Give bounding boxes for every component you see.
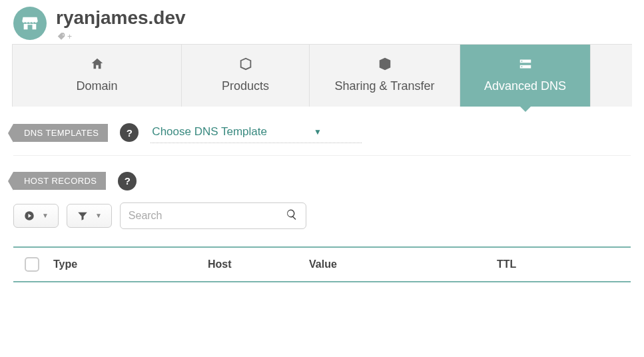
transfer-icon — [378, 57, 392, 71]
select-all-checkbox[interactable] — [25, 257, 39, 272]
search-field-wrap — [120, 202, 306, 229]
tab-label: Products — [222, 79, 269, 93]
column-ttl: TTL — [497, 258, 625, 270]
column-type: Type — [53, 258, 200, 270]
filter-button[interactable]: ▼ — [67, 204, 112, 228]
tab-label: Advanced DNS — [484, 79, 566, 93]
funnel-icon — [77, 210, 89, 222]
caret-down-icon: ▼ — [314, 127, 322, 137]
box-icon — [238, 57, 253, 71]
dns-templates-chip: DNS TEMPLATES — [13, 124, 108, 142]
host-records-row: HOST RECORDS ? — [13, 172, 631, 190]
help-icon[interactable]: ? — [118, 172, 137, 190]
tab-label: Sharing & Transfer — [334, 79, 434, 93]
search-input[interactable] — [129, 210, 286, 222]
dns-templates-row: DNS TEMPLATES ? Choose DNS Template ▼ — [13, 123, 631, 143]
tab-label: Domain — [76, 79, 117, 93]
play-circle-icon — [23, 210, 35, 222]
divider — [13, 155, 631, 156]
caret-down-icon: ▼ — [42, 212, 49, 219]
tab-sharing-transfer[interactable]: Sharing & Transfer — [310, 45, 460, 107]
play-actions-button[interactable]: ▼ — [13, 204, 59, 228]
records-table-header: Type Host Value TTL — [13, 246, 631, 282]
column-value: Value — [309, 258, 489, 270]
store-icon — [13, 7, 47, 40]
domain-title: ryanjames.dev — [56, 7, 186, 29]
caret-down-icon: ▼ — [95, 212, 102, 219]
server-icon — [518, 57, 533, 71]
home-icon — [90, 57, 105, 71]
page-header: ryanjames.dev + — [0, 0, 644, 44]
help-icon[interactable]: ? — [120, 123, 139, 142]
host-records-chip: HOST RECORDS — [13, 172, 106, 190]
content-area: DNS TEMPLATES ? Choose DNS Template ▼ HO… — [0, 107, 644, 302]
search-icon[interactable] — [286, 208, 298, 223]
tag-add-icon[interactable]: + — [56, 32, 186, 41]
tab-domain[interactable]: Domain — [12, 45, 182, 107]
tab-bar: Domain Products Sharing & Transfer Advan… — [12, 44, 632, 107]
tab-products[interactable]: Products — [182, 45, 310, 107]
records-toolbar: ▼ ▼ — [13, 202, 631, 229]
column-host: Host — [208, 258, 301, 270]
dropdown-label: Choose DNS Template — [152, 125, 267, 139]
tab-advanced-dns[interactable]: Advanced DNS — [460, 45, 591, 107]
dns-template-dropdown[interactable]: Choose DNS Template ▼ — [151, 123, 362, 143]
